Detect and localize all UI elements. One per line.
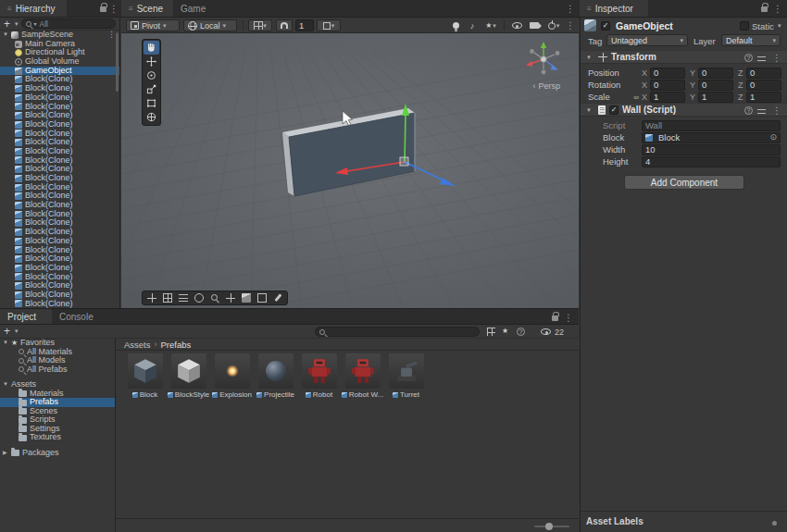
wall-script-header[interactable]: ▼ ✓ Wall (Script) ? ⋮ bbox=[581, 103, 787, 117]
move-overlay-icon[interactable] bbox=[147, 293, 156, 303]
hierarchy-item-block-clone[interactable]: Block(Clone) bbox=[0, 273, 119, 282]
hierarchy-item-block-clone[interactable]: Block(Clone) bbox=[0, 103, 119, 112]
magnifier-icon[interactable] bbox=[210, 293, 219, 303]
snap-increment-dropdown[interactable]: ▾ bbox=[317, 19, 341, 31]
z-axis-cone[interactable] bbox=[551, 65, 558, 70]
gizmos-dropdown[interactable]: ▾ bbox=[543, 19, 564, 31]
hierarchy-item-main-camera[interactable]: Main Camera bbox=[0, 40, 119, 49]
hierarchy-item-block-clone[interactable]: Block(Clone) bbox=[0, 218, 119, 228]
hierarchy-item-block-clone[interactable]: Block(Clone) bbox=[0, 192, 119, 201]
tab-scene[interactable]: ≡ Scene bbox=[121, 0, 173, 17]
object-picker-icon[interactable]: ⊙ bbox=[769, 133, 777, 142]
preview-handle-icon[interactable] bbox=[772, 521, 777, 526]
scale-y-field[interactable]: 1 bbox=[698, 92, 733, 103]
rotation-x-field[interactable]: 0 bbox=[650, 80, 685, 91]
static-caret-icon[interactable]: ▾ bbox=[778, 22, 781, 30]
project-kebab-icon[interactable]: ⋮ bbox=[564, 313, 573, 323]
hierarchy-item-block-clone[interactable]: Block(Clone) bbox=[0, 93, 119, 103]
grid-visibility-dropdown[interactable]: ▾ bbox=[248, 19, 272, 31]
foldout-icon[interactable]: ▼ bbox=[586, 107, 594, 113]
assets-header[interactable]: ▼Assets bbox=[0, 380, 115, 390]
asset-robot-w-[interactable]: Robot W... bbox=[341, 353, 384, 399]
rotation-z-field[interactable]: 0 bbox=[746, 80, 781, 91]
hierarchy-kebab-icon[interactable]: ⋮ bbox=[109, 4, 119, 14]
uniform-scale-link-icon[interactable]: ∞ bbox=[633, 93, 639, 102]
view-tool-button[interactable] bbox=[144, 41, 159, 55]
tree-folder-scenes[interactable]: Scenes bbox=[0, 407, 115, 416]
hierarchy-item-block-clone[interactable]: Block(Clone) bbox=[0, 281, 119, 291]
layers-overlay-icon[interactable] bbox=[179, 293, 188, 303]
asset-block[interactable]: Block bbox=[123, 353, 167, 399]
hierarchy-item-block-clone[interactable]: Block(Clone) bbox=[0, 84, 119, 93]
inspector-lock-icon[interactable] bbox=[761, 6, 768, 12]
asset-robot[interactable]: Robot bbox=[297, 353, 341, 399]
hierarchy-item-block-clone[interactable]: Block(Clone) bbox=[0, 130, 119, 139]
hierarchy-item-block-clone[interactable]: Block(Clone) bbox=[0, 147, 119, 156]
hierarchy-item-block-clone[interactable]: Block(Clone) bbox=[0, 120, 119, 130]
hierarchy-item-block-clone[interactable]: Block(Clone) bbox=[0, 210, 119, 219]
hierarchy-search[interactable]: ▾ All bbox=[21, 19, 116, 29]
gameobject-name-field[interactable]: GameObject bbox=[616, 20, 673, 31]
audio-toggle[interactable]: ♪ bbox=[464, 19, 481, 31]
foldout-icon[interactable]: ▼ bbox=[3, 31, 11, 40]
info-icon[interactable]: ? bbox=[517, 328, 525, 336]
position-y-field[interactable]: 0 bbox=[698, 68, 733, 79]
foldout-icon[interactable]: ▼ bbox=[3, 339, 11, 348]
scene-viewport[interactable]: ‹ Persp bbox=[121, 33, 579, 308]
scene-visibility-toggle[interactable] bbox=[508, 19, 525, 31]
x-axis-cone[interactable] bbox=[526, 61, 533, 67]
foldout-icon[interactable]: ▼ bbox=[586, 55, 594, 60]
active-checkbox[interactable]: ✓ bbox=[601, 21, 610, 31]
packages-header[interactable]: ▶Packages bbox=[0, 449, 115, 458]
height-field[interactable]: 4 bbox=[642, 156, 781, 167]
hierarchy-item-block-clone[interactable]: Block(Clone) bbox=[0, 138, 119, 147]
wall-kebab-icon[interactable]: ⋮ bbox=[772, 105, 781, 116]
tab-game[interactable]: Game bbox=[173, 0, 218, 17]
tree-folder-textures[interactable]: Textures bbox=[0, 433, 115, 442]
hierarchy-item-block-clone[interactable]: Block(Clone) bbox=[0, 156, 119, 166]
layer-dropdown[interactable]: Default ▾ bbox=[721, 34, 781, 46]
scale-x-field[interactable]: 1 bbox=[650, 92, 685, 103]
hierarchy-item-gameobject[interactable]: GameObject bbox=[0, 67, 119, 76]
orientation-gizmo[interactable] bbox=[518, 37, 569, 80]
asset-projectile[interactable]: Projectile bbox=[254, 353, 297, 399]
tree-folder-settings[interactable]: Settings bbox=[0, 425, 115, 434]
script-field[interactable]: Wall bbox=[642, 120, 781, 131]
effects-dropdown[interactable]: ★ ▾ bbox=[481, 19, 501, 31]
gizmo-center[interactable] bbox=[541, 56, 547, 63]
favorites-header[interactable]: ▼★Favorites bbox=[0, 339, 115, 348]
add-component-button[interactable]: Add Component bbox=[624, 175, 744, 190]
asset-explosion[interactable]: Explosion bbox=[210, 353, 254, 399]
cube-overlay-icon[interactable] bbox=[242, 293, 251, 303]
hierarchy-item-global-volume[interactable]: Global Volume bbox=[0, 57, 119, 67]
move-tool-button[interactable] bbox=[144, 55, 159, 68]
transform-tool-button[interactable] bbox=[144, 110, 159, 124]
grid-size-field[interactable]: 1 bbox=[295, 19, 314, 31]
hierarchy-item-block-clone[interactable]: Block(Clone) bbox=[0, 291, 119, 300]
asset-labels-bar[interactable]: Asset Labels bbox=[581, 511, 787, 532]
hierarchy-scrollbar[interactable] bbox=[115, 31, 119, 308]
search-by-type-icon[interactable] bbox=[487, 328, 495, 336]
block-field[interactable]: Block⊙ bbox=[642, 132, 781, 143]
tab-console[interactable]: Console bbox=[52, 309, 106, 324]
asset-turret[interactable]: Turret bbox=[384, 353, 428, 399]
help-icon[interactable]: ? bbox=[744, 54, 753, 62]
persp-label[interactable]: ‹ Persp bbox=[532, 81, 560, 91]
tag-dropdown[interactable]: Untagged ▾ bbox=[606, 34, 688, 46]
handle-rotation-dropdown[interactable]: Local ▾ bbox=[183, 19, 237, 31]
add-object-caret-icon[interactable]: ▾ bbox=[15, 20, 19, 28]
create-asset-caret-icon[interactable]: ▾ bbox=[15, 328, 19, 335]
snap-toggle[interactable] bbox=[276, 19, 293, 31]
pan-overlay-icon[interactable] bbox=[226, 293, 235, 303]
hierarchy-item-block-clone[interactable]: Block(Clone) bbox=[0, 174, 119, 183]
scene-kebab-icon[interactable]: ⋮ bbox=[566, 4, 575, 14]
rotation-y-field[interactable]: 0 bbox=[698, 80, 733, 91]
project-lock-icon[interactable] bbox=[552, 315, 558, 321]
hierarchy-item-block-clone[interactable]: Block(Clone) bbox=[0, 228, 119, 237]
frame-overlay-icon[interactable] bbox=[257, 293, 267, 303]
project-search[interactable] bbox=[315, 327, 480, 337]
add-object-button[interactable]: + bbox=[4, 19, 12, 29]
camera-settings-button[interactable] bbox=[526, 19, 543, 31]
slider-knob[interactable] bbox=[545, 523, 553, 530]
transform-kebab-icon[interactable]: ⋮ bbox=[772, 53, 781, 63]
